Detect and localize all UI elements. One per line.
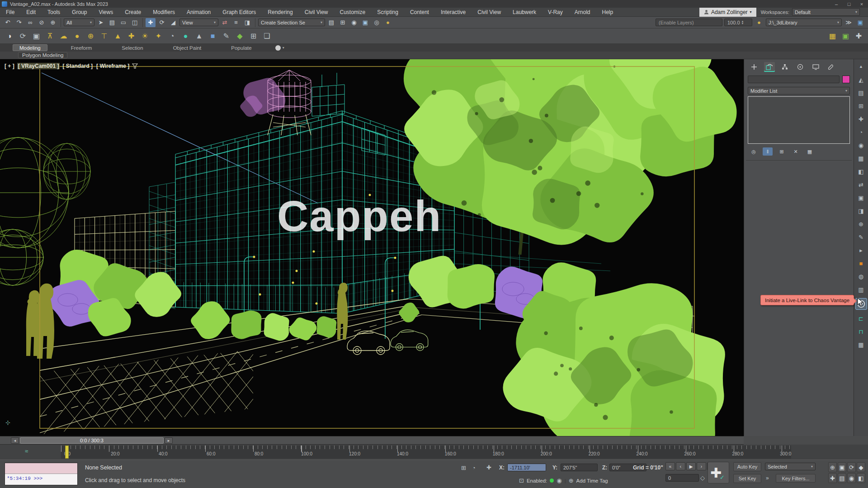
viewport-camera-label[interactable]: [ VRayCam001 ] [17, 63, 60, 69]
filter-funnel-icon[interactable] [132, 63, 138, 69]
toolbar-icon[interactable]: ✎ [221, 30, 232, 42]
playback-button[interactable]: ▶ [686, 462, 696, 470]
viewport[interactable]: [ + ] [ VRayCam001 ] [ Standard ] [ Wire… [0, 59, 744, 436]
toolbar-icon[interactable]: ● [71, 30, 83, 42]
menu-item[interactable]: Graph Editors [217, 9, 262, 15]
toolbar-icon[interactable]: ▭ [118, 18, 128, 27]
scroll-up-icon[interactable]: ▲ [857, 62, 866, 71]
toolbar-icon[interactable]: ◫ [130, 18, 140, 27]
modifier-stack[interactable] [748, 96, 850, 144]
window-control-button[interactable]: □ [843, 1, 855, 7]
toolbar-icon[interactable]: ◔ [166, 30, 178, 42]
add-time-tag[interactable]: Add Time Tag [576, 478, 608, 483]
motion-tab-icon[interactable] [795, 62, 806, 72]
strip-tool-icon[interactable]: ◧ [857, 167, 866, 176]
percent-field[interactable]: 100.0 ▲▼ [724, 19, 752, 26]
toolbar-icon[interactable]: ✚ [126, 30, 137, 42]
menu-item[interactable]: Civil View [299, 9, 334, 15]
toolbar-icon[interactable]: ✦ [153, 30, 164, 42]
spinner-arrows-icon[interactable]: ▲▼ [741, 20, 744, 25]
menu-item[interactable]: Modifiers [147, 9, 181, 15]
modify-tab-icon[interactable] [764, 62, 775, 72]
current-frame-marker[interactable] [65, 445, 69, 459]
ribbon-tab[interactable]: Selection [115, 44, 149, 51]
strip-tool-icon[interactable]: ◨ [857, 206, 866, 215]
key-mode-dropdown[interactable]: Selected ▾ [765, 463, 816, 470]
ribbon-tab[interactable]: Object Paint [167, 44, 208, 51]
x-coordinate-field[interactable]: -1711.10' [507, 464, 546, 471]
toolbar-icon[interactable]: ◑ [4, 30, 15, 42]
object-color-swatch[interactable] [842, 76, 850, 83]
viewport-nav-icon[interactable]: ⊕ [828, 462, 837, 472]
menu-item[interactable]: V-Ray [542, 9, 569, 15]
toolbar-icon[interactable]: ▣ [31, 30, 42, 42]
transform-tool-icon[interactable]: ◢ [168, 18, 178, 27]
toolbar-icon[interactable]: ▤ [326, 18, 336, 27]
toolbar-icon[interactable]: ↷ [14, 18, 24, 27]
layers-field[interactable]: (Enable Layers) [656, 19, 722, 26]
strip-tool-icon[interactable]: ⇄ [857, 180, 866, 189]
toolbar-icon[interactable]: ▤ [107, 18, 117, 27]
hierarchy-tab-icon[interactable] [779, 62, 790, 72]
toolbar-icon[interactable]: ● [180, 30, 191, 42]
viewport-nav-icon[interactable]: ⟳ [847, 462, 856, 472]
stack-button[interactable]: ◎ [749, 147, 759, 156]
strip-tool-icon[interactable]: ◉ [857, 141, 866, 150]
prev-frame-button[interactable]: ◂ [11, 437, 19, 444]
toolbar-icon[interactable]: ⊘ [37, 18, 47, 27]
toolbar-icon[interactable]: ⊕ [48, 18, 58, 27]
toolbar-icon[interactable]: ☁ [58, 30, 69, 42]
named-selection-sets-dropdown[interactable]: Create Selection Se▾ [258, 19, 325, 26]
reference-coordinate-dropdown[interactable]: View▾ [179, 19, 218, 26]
toolbar-icon[interactable]: ▣ [840, 30, 851, 42]
toolbar-icon[interactable]: ◆ [234, 30, 245, 42]
toolbar-icon[interactable]: ☀ [139, 30, 151, 42]
key-filter-mode-icon[interactable]: » [766, 475, 769, 481]
menu-item[interactable]: Tools [42, 9, 66, 15]
menu-item[interactable]: Views [93, 9, 119, 15]
stack-button[interactable]: ✕ [791, 147, 801, 156]
key-mode-toggle-icon[interactable]: ◇ [700, 474, 705, 481]
strip-tool-icon[interactable]: ✚ [857, 114, 866, 123]
strip-tool-icon[interactable]: ▦ [857, 154, 866, 163]
key-filters-button[interactable]: Key Filters... [776, 474, 816, 483]
object-name-field[interactable] [748, 76, 840, 83]
strip-tool-icon[interactable]: ✎ [857, 232, 866, 242]
stack-button[interactable]: ‖ [763, 147, 773, 156]
menu-item[interactable]: Civil View [472, 9, 507, 15]
toolbar-icon[interactable]: ⇄ [220, 18, 230, 27]
chevron-down-icon[interactable]: ▾ [283, 46, 284, 50]
set-key-button[interactable]: Set Key [733, 474, 761, 483]
menu-item[interactable]: Create [119, 9, 147, 15]
strip-tool-icon[interactable]: ⊏ [857, 314, 866, 323]
ribbon-options-icon[interactable] [275, 45, 281, 51]
viewport-shading-label[interactable]: [ Wireframe ] [95, 63, 130, 69]
toolbar-icon[interactable]: ✚ [853, 30, 864, 42]
toolbar-icon[interactable]: ∞ [25, 18, 35, 27]
strip-tool-icon[interactable]: ◭ [857, 75, 866, 84]
toolbar-icon[interactable]: ◎ [372, 18, 382, 27]
toolbar-icon[interactable]: ➤ [96, 18, 106, 27]
strip-tool-icon[interactable]: ▦ [857, 340, 866, 349]
toolbar-icon[interactable]: ▲ [193, 30, 205, 42]
stack-button[interactable]: ⊞ [777, 147, 787, 156]
viewport-nav-icon[interactable]: ◉ [847, 473, 856, 483]
menu-item[interactable]: File [0, 9, 20, 15]
toolbar-icon[interactable]: ≡ [231, 18, 241, 27]
toolbar-icon[interactable]: ⊤ [99, 30, 110, 42]
toolbar-icon[interactable]: ● [383, 18, 393, 27]
ribbon-tab[interactable]: Populate [225, 44, 258, 51]
user-account-menu[interactable]: Adam Zollinger ▾ [699, 8, 756, 17]
viewport-menu-plus[interactable]: [ + ] [4, 63, 15, 69]
listener-macro-pane[interactable] [5, 463, 77, 474]
polygon-modeling-panel[interactable]: Polygon Modeling [18, 52, 67, 58]
toolbar-icon[interactable]: ⊼ [44, 30, 56, 42]
y-coordinate-field[interactable]: 207'5" [561, 464, 598, 471]
project-folder-dropdown[interactable]: J:\_3dLibrary▾ [766, 19, 842, 26]
lock-icon[interactable]: ◉ [557, 477, 561, 484]
menu-item[interactable]: Laubwerk [507, 9, 542, 15]
toolbar-icon[interactable]: ▣ [855, 18, 865, 27]
menu-item[interactable]: Rendering [262, 9, 298, 15]
strip-tool-icon[interactable]: ⊕ [857, 219, 866, 228]
auto-key-button[interactable]: Auto Key [733, 462, 761, 471]
